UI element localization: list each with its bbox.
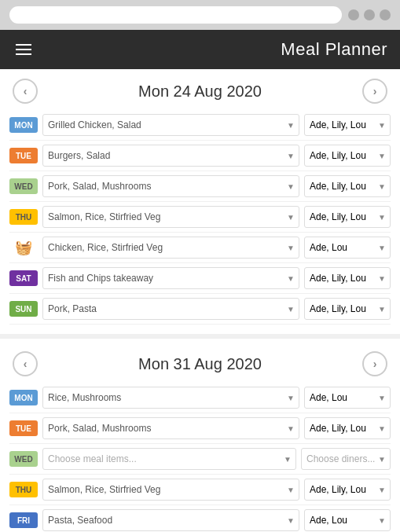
week-1-rows: MonGrilled Chicken, Salad▼Ade, Lily, Lou… [9, 110, 391, 325]
day-badge-fri: Fri [9, 512, 38, 528]
meal-select-wrap: Chicken, Rice, Stirfried Veg▼ [42, 237, 299, 259]
diner-select-wrap: Ade, Lou▼ [304, 509, 391, 531]
meal-select[interactable]: Pork, Salad, Mushrooms [42, 175, 299, 197]
dot-1 [348, 9, 359, 20]
hamburger-line-2 [16, 49, 31, 50]
meal-row: ThuSalmon, Rice, Stirfried Veg▼Ade, Lily… [9, 202, 391, 233]
diner-select-wrap: Ade, Lou▼ [304, 237, 391, 259]
diner-select-wrap: Ade, Lily, Lou▼ [304, 479, 391, 501]
meal-select-wrap: Salmon, Rice, Stirfried Veg▼ [42, 206, 299, 228]
meal-row: MonGrilled Chicken, Salad▼Ade, Lily, Lou… [9, 110, 391, 141]
shopping-basket-icon: 🧺 [9, 240, 38, 255]
meal-select-wrap: Burgers, Salad▼ [42, 145, 299, 167]
meal-select[interactable]: Salmon, Rice, Stirfried Veg [42, 479, 299, 501]
diner-select[interactable]: Ade, Lily, Lou [304, 206, 391, 228]
meal-row: FriPasta, Seafood▼Ade, Lou▼ [9, 505, 391, 532]
week-1-section: ‹ Mon 24 Aug 2020 › MonGrilled Chicken, … [0, 69, 400, 331]
week-2-rows: MonRice, Mushrooms▼Ade, Lou▼TuePork, Sal… [9, 383, 391, 532]
browser-bar [0, 0, 400, 30]
diner-select[interactable]: Ade, Lily, Lou [304, 114, 391, 136]
meal-select-wrap: Pork, Salad, Mushrooms▼ [42, 175, 299, 197]
app-title: Meal Planner [35, 39, 387, 60]
meal-row: TuePork, Salad, Mushrooms▼Ade, Lily, Lou… [9, 413, 391, 444]
diner-select-wrap: Ade, Lily, Lou▼ [304, 206, 391, 228]
diner-select-wrap: Ade, Lou▼ [304, 387, 391, 409]
prev-week-button[interactable]: ‹ [13, 79, 38, 104]
url-bar[interactable] [9, 6, 342, 24]
week-1-header: ‹ Mon 24 Aug 2020 › [9, 69, 391, 110]
window-controls [348, 9, 391, 20]
meal-select[interactable]: Pork, Salad, Mushrooms [42, 417, 299, 439]
meal-select[interactable]: Fish and Chips takeaway [42, 267, 299, 289]
meal-select[interactable]: Choose meal items... [42, 448, 296, 470]
meal-select[interactable]: Grilled Chicken, Salad [42, 114, 299, 136]
meal-row: 🧺Chicken, Rice, Stirfried Veg▼Ade, Lou▼ [9, 233, 391, 263]
prev-week-2-button[interactable]: ‹ [13, 351, 38, 376]
hamburger-menu[interactable] [13, 41, 35, 58]
meal-select-wrap: Pork, Pasta▼ [42, 298, 299, 320]
day-badge-thu: Thu [9, 482, 38, 497]
day-badge-wed: Wed [9, 451, 38, 467]
day-badge-tue: Tue [9, 148, 38, 163]
diner-select[interactable]: Ade, Lou [304, 237, 391, 259]
diner-select-wrap: Ade, Lily, Lou▼ [304, 417, 391, 439]
meal-row: WedPork, Salad, Mushrooms▼Ade, Lily, Lou… [9, 171, 391, 202]
diner-select-wrap: Ade, Lily, Lou▼ [304, 267, 391, 289]
week-2-header: ‹ Mon 31 Aug 2020 › [9, 342, 391, 383]
day-badge-mon: Mon [9, 117, 38, 133]
diner-select-wrap: Ade, Lily, Lou▼ [304, 145, 391, 167]
hamburger-line-1 [16, 44, 31, 46]
day-badge-wed: Wed [9, 178, 38, 194]
diner-select[interactable]: Ade, Lou [304, 387, 391, 409]
meal-select-wrap: Grilled Chicken, Salad▼ [42, 114, 299, 136]
diner-select[interactable]: Ade, Lily, Lou [304, 145, 391, 167]
meal-row: TueBurgers, Salad▼Ade, Lily, Lou▼ [9, 141, 391, 171]
hamburger-line-3 [16, 53, 31, 55]
next-week-2-button[interactable]: › [362, 351, 387, 376]
day-badge-thu: Thu [9, 209, 38, 225]
meal-select-wrap: Fish and Chips takeaway▼ [42, 267, 299, 289]
diner-select[interactable]: Choose diners... [301, 448, 391, 470]
week-2-section: ‹ Mon 31 Aug 2020 › MonRice, Mushrooms▼A… [0, 342, 400, 532]
diner-select-wrap: Ade, Lily, Lou▼ [304, 114, 391, 136]
diner-select[interactable]: Ade, Lily, Lou [304, 417, 391, 439]
meal-row: WedChoose meal items...▼Choose diners...… [9, 444, 391, 475]
meal-select[interactable]: Salmon, Rice, Stirfried Veg [42, 206, 299, 228]
next-week-button[interactable]: › [362, 79, 387, 104]
app-header: Meal Planner [0, 30, 400, 69]
meal-select-wrap: Salmon, Rice, Stirfried Veg▼ [42, 479, 299, 501]
day-badge-mon: Mon [9, 390, 38, 405]
diner-select[interactable]: Ade, Lou [304, 509, 391, 531]
day-badge-tue: Tue [9, 420, 38, 436]
meal-row: MonRice, Mushrooms▼Ade, Lou▼ [9, 383, 391, 413]
diner-select-wrap: Choose diners...▼ [301, 448, 391, 470]
meal-select[interactable]: Rice, Mushrooms [42, 387, 299, 409]
dot-3 [380, 9, 391, 20]
meal-row: SunPork, Pasta▼Ade, Lily, Lou▼ [9, 294, 391, 325]
main-content: ‹ Mon 24 Aug 2020 › MonGrilled Chicken, … [0, 69, 400, 532]
meal-select[interactable]: Burgers, Salad [42, 145, 299, 167]
diner-select[interactable]: Ade, Lily, Lou [304, 175, 391, 197]
dot-2 [364, 9, 375, 20]
day-badge-sun: Sun [9, 301, 38, 317]
diner-select-wrap: Ade, Lily, Lou▼ [304, 175, 391, 197]
meal-select[interactable]: Pork, Pasta [42, 298, 299, 320]
diner-select[interactable]: Ade, Lily, Lou [304, 479, 391, 501]
meal-select-wrap: Pasta, Seafood▼ [42, 509, 299, 531]
diner-select[interactable]: Ade, Lily, Lou [304, 298, 391, 320]
meal-select-wrap: Pork, Salad, Mushrooms▼ [42, 417, 299, 439]
week-1-title: Mon 24 Aug 2020 [138, 83, 262, 101]
week-divider [0, 334, 400, 339]
meal-row: SatFish and Chips takeaway▼Ade, Lily, Lo… [9, 263, 391, 294]
meal-select[interactable]: Chicken, Rice, Stirfried Veg [42, 237, 299, 259]
meal-select[interactable]: Pasta, Seafood [42, 509, 299, 531]
day-badge-sat: Sat [9, 270, 38, 286]
meal-select-wrap: Rice, Mushrooms▼ [42, 387, 299, 409]
diner-select-wrap: Ade, Lily, Lou▼ [304, 298, 391, 320]
meal-row: ThuSalmon, Rice, Stirfried Veg▼Ade, Lily… [9, 475, 391, 505]
meal-select-wrap: Choose meal items...▼ [42, 448, 296, 470]
diner-select[interactable]: Ade, Lily, Lou [304, 267, 391, 289]
week-2-title: Mon 31 Aug 2020 [138, 355, 262, 373]
